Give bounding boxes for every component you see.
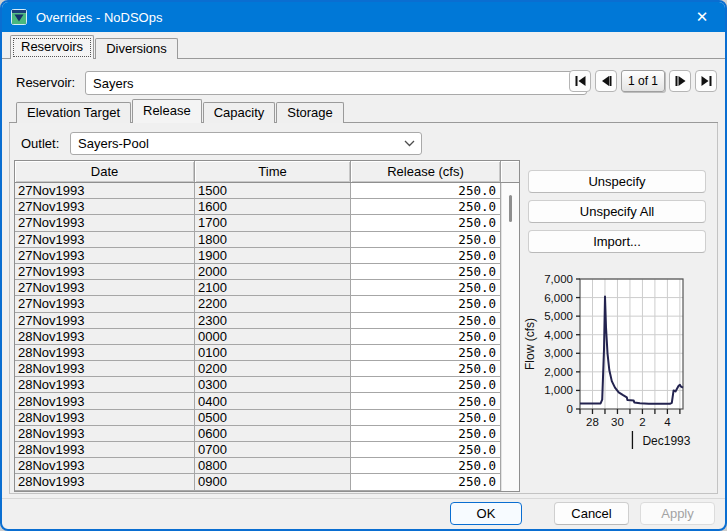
- svg-text:Flow (cfs): Flow (cfs): [523, 318, 537, 370]
- cell-release[interactable]: 250.0: [351, 361, 501, 377]
- cell-time: 0000: [195, 329, 351, 345]
- cell-time: 1900: [195, 248, 351, 264]
- svg-text:30: 30: [611, 416, 624, 428]
- cell-date: 28Nov1993: [15, 329, 195, 345]
- apply-button[interactable]: Apply: [640, 502, 715, 525]
- header-gutter: [501, 161, 519, 182]
- cancel-button[interactable]: Cancel: [554, 502, 629, 525]
- app-icon: [11, 9, 27, 25]
- titlebar[interactable]: Overrides - NoDSOps ✕: [2, 2, 725, 32]
- column-header-date[interactable]: Date: [15, 161, 195, 182]
- cell-date: 27Nov1993: [15, 280, 195, 296]
- subtab-release[interactable]: Release: [132, 99, 202, 123]
- cell-release[interactable]: 250.0: [351, 183, 501, 199]
- column-header-time[interactable]: Time: [195, 161, 351, 182]
- cell-release[interactable]: 250.0: [351, 442, 501, 458]
- first-record-button[interactable]: [569, 70, 591, 92]
- cell-release[interactable]: 250.0: [351, 264, 501, 280]
- tab-reservoirs[interactable]: Reservoirs: [10, 35, 94, 59]
- reservoir-value: Sayers: [86, 76, 562, 91]
- cell-release[interactable]: 250.0: [351, 232, 501, 248]
- outlet-value: Sayers-Pool: [71, 136, 397, 151]
- main-tabstrip: ReservoirsDiversions: [10, 35, 179, 59]
- table-scrollbar-thumb[interactable]: [509, 195, 512, 222]
- cell-time: 2000: [195, 264, 351, 280]
- next-record-button[interactable]: [669, 70, 691, 92]
- cell-release[interactable]: 250.0: [351, 458, 501, 474]
- cell-release[interactable]: 250.0: [351, 393, 501, 409]
- reservoir-combobox[interactable]: Sayers: [85, 71, 587, 95]
- svg-text:5,000: 5,000: [544, 310, 573, 322]
- subtab-elevation-target[interactable]: Elevation Target: [16, 102, 131, 123]
- table-header-row: Date Time Release (cfs): [15, 161, 519, 183]
- cell-date: 27Nov1993: [15, 183, 195, 199]
- cell-time: 1500: [195, 183, 351, 199]
- table-row: 27Nov19931800250.0: [15, 232, 501, 248]
- previous-record-button[interactable]: [595, 70, 617, 92]
- cell-date: 28Nov1993: [15, 426, 195, 442]
- previous-record-icon: [600, 75, 613, 87]
- import-button[interactable]: Import...: [528, 230, 706, 253]
- table-row: 27Nov19931700250.0: [15, 215, 501, 231]
- table-row: 27Nov19931500250.0: [15, 183, 501, 199]
- ok-button[interactable]: OK: [450, 502, 522, 525]
- cell-release[interactable]: 250.0: [351, 474, 501, 490]
- cell-date: 28Nov1993: [15, 393, 195, 409]
- table-row: 28Nov19930900250.0: [15, 474, 501, 490]
- cell-release[interactable]: 250.0: [351, 280, 501, 296]
- svg-text:2,000: 2,000: [544, 366, 573, 378]
- subtab-storage[interactable]: Storage: [276, 102, 344, 123]
- cell-time: 1600: [195, 199, 351, 215]
- cell-release[interactable]: 250.0: [351, 426, 501, 442]
- cell-date: 27Nov1993: [15, 215, 195, 231]
- cell-release[interactable]: 250.0: [351, 199, 501, 215]
- close-icon: ✕: [696, 8, 709, 26]
- chevron-down-icon: [397, 140, 421, 147]
- cell-time: 2300: [195, 313, 351, 329]
- window-title: Overrides - NoDSOps: [36, 10, 162, 25]
- cell-time: 0600: [195, 426, 351, 442]
- cell-release[interactable]: 250.0: [351, 296, 501, 312]
- cell-release[interactable]: 250.0: [351, 215, 501, 231]
- unspecify-button[interactable]: Unspecify: [528, 170, 706, 193]
- cell-release[interactable]: 250.0: [351, 377, 501, 393]
- cell-date: 27Nov1993: [15, 232, 195, 248]
- svg-text:2: 2: [639, 416, 645, 428]
- cell-release[interactable]: 250.0: [351, 345, 501, 361]
- cell-time: 0100: [195, 345, 351, 361]
- cell-release[interactable]: 250.0: [351, 313, 501, 329]
- table-row: 28Nov19930700250.0: [15, 442, 501, 458]
- tab-diversions[interactable]: Diversions: [95, 38, 178, 59]
- cell-date: 28Nov1993: [15, 377, 195, 393]
- record-pager: 1 of 1: [569, 70, 717, 92]
- cell-time: 0800: [195, 458, 351, 474]
- cell-date: 27Nov1993: [15, 313, 195, 329]
- outlet-combobox[interactable]: Sayers-Pool: [70, 132, 422, 155]
- last-record-button[interactable]: [695, 70, 717, 92]
- release-table: Date Time Release (cfs) 27Nov19931500250…: [14, 160, 520, 492]
- cell-release[interactable]: 250.0: [351, 410, 501, 426]
- cell-release[interactable]: 250.0: [351, 248, 501, 264]
- record-count-button[interactable]: 1 of 1: [621, 70, 665, 92]
- table-row: 28Nov19930000250.0: [15, 329, 501, 345]
- close-button[interactable]: ✕: [679, 2, 725, 32]
- subtab-capacity[interactable]: Capacity: [203, 102, 276, 123]
- unspecify-all-button[interactable]: Unspecify All: [528, 200, 706, 223]
- tab-focus-ring: [13, 38, 91, 57]
- svg-text:1,000: 1,000: [544, 384, 573, 396]
- cell-time: 1700: [195, 215, 351, 231]
- table-row: 28Nov19930200250.0: [15, 361, 501, 377]
- cell-date: 27Nov1993: [15, 248, 195, 264]
- sub-tabstrip: Elevation TargetReleaseCapacityStorage: [16, 99, 345, 123]
- cell-time: 2100: [195, 280, 351, 296]
- cell-release[interactable]: 250.0: [351, 329, 501, 345]
- table-row: 27Nov19931900250.0: [15, 248, 501, 264]
- footer-separator: [2, 498, 725, 499]
- cell-date: 28Nov1993: [15, 345, 195, 361]
- table-row: 28Nov19930600250.0: [15, 426, 501, 442]
- column-header-release[interactable]: Release (cfs): [351, 161, 501, 182]
- cell-date: 27Nov1993: [15, 199, 195, 215]
- cell-date: 28Nov1993: [15, 458, 195, 474]
- cell-date: 28Nov1993: [15, 442, 195, 458]
- outlet-label: Outlet:: [21, 136, 59, 151]
